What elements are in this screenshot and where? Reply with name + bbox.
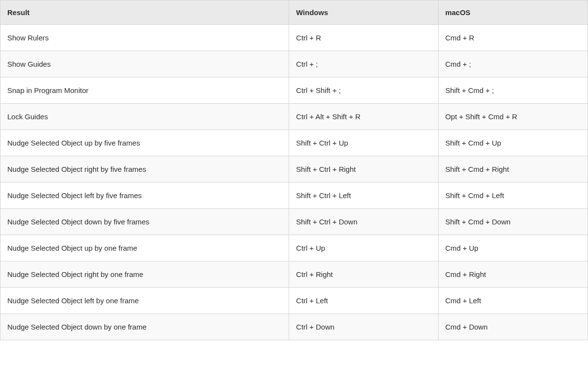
table-row: Snap in Program Monitor Ctrl + Shift + ;… — [0, 77, 588, 104]
table-row: Nudge Selected Object up by one frame Ct… — [0, 235, 588, 261]
cell-windows: Ctrl + Shift + ; — [289, 77, 438, 104]
table-row: Nudge Selected Object down by five frame… — [0, 209, 588, 235]
cell-macos: Cmd + Up — [439, 235, 588, 261]
cell-macos: Opt + Shift + Cmd + R — [439, 104, 588, 130]
cell-result: Show Rulers — [0, 25, 289, 51]
cell-macos: Shift + Cmd + ; — [439, 77, 588, 104]
cell-result: Nudge Selected Object down by five frame… — [0, 209, 289, 235]
table-row: Nudge Selected Object up by five frames … — [0, 130, 588, 156]
shortcuts-table: Result Windows macOS Show Rulers Ctrl + … — [0, 0, 588, 340]
cell-result: Nudge Selected Object left by one frame — [0, 288, 289, 314]
cell-windows: Ctrl + Left — [289, 288, 438, 314]
table-row: Nudge Selected Object down by one frame … — [0, 314, 588, 340]
cell-macos: Cmd + Right — [439, 261, 588, 288]
cell-result: Nudge Selected Object left by five frame… — [0, 183, 289, 209]
cell-windows: Shift + Ctrl + Down — [289, 209, 438, 235]
cell-windows: Ctrl + Right — [289, 261, 438, 288]
cell-result: Nudge Selected Object right by five fram… — [0, 156, 289, 183]
header-windows: Windows — [289, 0, 438, 25]
cell-macos: Cmd + ; — [439, 51, 588, 77]
table-header-row: Result Windows macOS — [0, 0, 588, 25]
cell-result: Nudge Selected Object up by one frame — [0, 235, 289, 261]
cell-result: Show Guides — [0, 51, 289, 77]
table-row: Lock Guides Ctrl + Alt + Shift + R Opt +… — [0, 104, 588, 130]
header-result: Result — [0, 0, 289, 25]
table-row: Nudge Selected Object left by five frame… — [0, 183, 588, 209]
cell-result: Nudge Selected Object up by five frames — [0, 130, 289, 156]
cell-macos: Shift + Cmd + Up — [439, 130, 588, 156]
cell-macos: Shift + Cmd + Left — [439, 183, 588, 209]
table-row: Nudge Selected Object right by five fram… — [0, 156, 588, 183]
cell-windows: Shift + Ctrl + Left — [289, 183, 438, 209]
cell-result: Nudge Selected Object right by one frame — [0, 261, 289, 288]
table-body: Show Rulers Ctrl + R Cmd + R Show Guides… — [0, 25, 588, 340]
cell-windows: Shift + Ctrl + Right — [289, 156, 438, 183]
header-macos: macOS — [439, 0, 588, 25]
cell-windows: Shift + Ctrl + Up — [289, 130, 438, 156]
cell-macos: Cmd + Left — [439, 288, 588, 314]
cell-windows: Ctrl + R — [289, 25, 438, 51]
cell-result: Lock Guides — [0, 104, 289, 130]
cell-windows: Ctrl + Down — [289, 314, 438, 340]
cell-macos: Shift + Cmd + Down — [439, 209, 588, 235]
cell-windows: Ctrl + Alt + Shift + R — [289, 104, 438, 130]
cell-macos: Cmd + R — [439, 25, 588, 51]
table-row: Nudge Selected Object right by one frame… — [0, 261, 588, 288]
cell-windows: Ctrl + Up — [289, 235, 438, 261]
table-row: Nudge Selected Object left by one frame … — [0, 288, 588, 314]
table-row: Show Rulers Ctrl + R Cmd + R — [0, 25, 588, 51]
cell-result: Snap in Program Monitor — [0, 77, 289, 104]
cell-result: Nudge Selected Object down by one frame — [0, 314, 289, 340]
cell-macos: Cmd + Down — [439, 314, 588, 340]
table-row: Show Guides Ctrl + ; Cmd + ; — [0, 51, 588, 77]
cell-windows: Ctrl + ; — [289, 51, 438, 77]
cell-macos: Shift + Cmd + Right — [439, 156, 588, 183]
